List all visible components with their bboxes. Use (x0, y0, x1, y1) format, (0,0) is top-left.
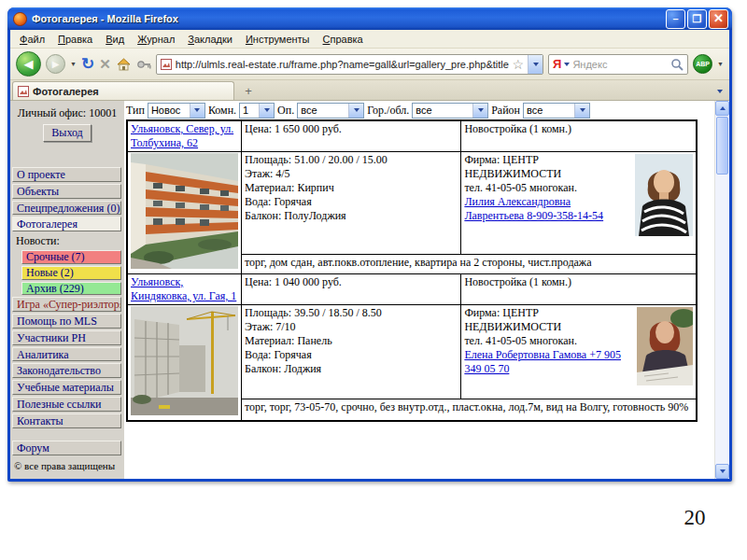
agent-photo (637, 307, 693, 385)
chevron-down-icon (190, 104, 204, 118)
chevron-down-icon (533, 63, 539, 66)
bookmark-star-icon[interactable]: ☆ (513, 57, 525, 72)
news-new-badge[interactable]: Новые (2) (21, 266, 121, 280)
news-urgent-badge[interactable]: Срочные (7) (21, 250, 121, 264)
agent-link[interactable]: Лилия Александровна Лаврентьева 8-909-35… (464, 195, 603, 222)
vertical-scrollbar[interactable] (714, 101, 729, 479)
sidebar-item-links[interactable]: Полезные ссылки (12, 397, 121, 412)
scroll-up-button[interactable] (715, 101, 729, 116)
building-photo[interactable] (131, 306, 238, 415)
sidebar-item-photogallery[interactable]: Фотогалерея (12, 217, 121, 231)
listing-row: Ульяновск, Север, ул. Толбухина, 62 Цена… (127, 120, 697, 152)
listing-type: Новостройка (1 комн.) (461, 274, 697, 305)
filter-city-label: Гор./обл. (367, 104, 409, 118)
home-icon[interactable] (116, 57, 132, 72)
maximize-button[interactable]: ❐ (687, 9, 707, 29)
scroll-down-button[interactable] (715, 464, 729, 479)
menu-bookmarks[interactable]: Закладки (182, 32, 238, 47)
agent-photo (635, 154, 693, 236)
window-title: Фотогалерея - Mozilla Firefox (32, 13, 666, 24)
tab-photogallery[interactable]: Фотогалерея (12, 81, 234, 100)
url-text[interactable]: http://ulmls.real-estate.ru/frame.php?na… (176, 59, 509, 70)
listing-address-link[interactable]: Ульяновск, Киндяковка, ул. Гая, 1 (131, 275, 236, 302)
toolbar-overflow-icon[interactable]: ▼ (717, 61, 724, 67)
new-tab-button[interactable]: + (238, 83, 259, 100)
sidebar-item-about[interactable]: О проекте (12, 167, 121, 182)
building-photo-cell (127, 305, 242, 422)
filter-type-select[interactable]: Новос (148, 103, 205, 119)
yandex-icon[interactable]: Я (553, 57, 561, 71)
listing-note: торг, дом сдан, авт.покв.отопление, квар… (242, 254, 698, 273)
filter-type-label: Тип (126, 104, 145, 118)
url-dropdown-button[interactable] (528, 55, 543, 74)
listing-address-link[interactable]: Ульяновск, Север, ул. Толбухина, 62 (131, 122, 233, 149)
filter-rooms-select[interactable]: 1 (239, 103, 275, 119)
chevron-down-icon (348, 104, 363, 118)
search-icon[interactable] (670, 58, 684, 71)
search-box[interactable]: Я Яндекс (548, 54, 688, 75)
address-bar[interactable]: http://ulmls.real-estate.ru/frame.php?na… (156, 54, 543, 75)
sidebar-item-forum[interactable]: Форум (12, 441, 121, 455)
listing-address-cell: Ульяновск, Север, ул. Толбухина, 62 (127, 120, 242, 152)
menu-view[interactable]: Вид (100, 32, 130, 47)
sidebar-item-mls-help[interactable]: Помощь по MLS (12, 314, 121, 329)
navigation-toolbar: ◀ ▶ ▼ ↻ ✕ (10, 49, 729, 80)
search-placeholder[interactable]: Яндекс (572, 59, 668, 70)
sidebar-item-training[interactable]: Учебные материалы (12, 380, 121, 395)
listing-row: Ульяновск, Киндяковка, ул. Гая, 1 Цена: … (127, 274, 697, 305)
sidebar-item-objects[interactable]: Объекты (12, 184, 121, 199)
close-button[interactable]: ✕ (709, 9, 728, 29)
listings-table: Ульяновск, Север, ул. Толбухина, 62 Цена… (126, 119, 698, 422)
menu-history[interactable]: Журнал (132, 32, 180, 47)
minimize-button[interactable]: – (666, 9, 685, 29)
scrollbar-thumb[interactable] (716, 117, 728, 175)
stop-button[interactable]: ✕ (99, 57, 111, 71)
filter-district-select[interactable]: все (523, 103, 590, 119)
chevron-down-icon (720, 469, 726, 473)
sidebar-item-special-offers[interactable]: Спецпредложения (0) (12, 201, 121, 216)
copyright-label: © все права защищены (10, 456, 124, 479)
logout-button[interactable]: Выход (43, 124, 91, 142)
sidebar-item-analytics[interactable]: Аналитика (12, 347, 121, 362)
menu-bar: Файл Правка Вид Журнал Закладки Инструме… (10, 30, 729, 49)
tab-bar: Фотогалерея + (10, 80, 729, 101)
tab-favicon (18, 86, 29, 97)
menu-file[interactable]: Файл (14, 32, 50, 47)
filter-op-label: Оп. (277, 104, 294, 118)
menu-tools[interactable]: Инструменты (240, 32, 316, 47)
firefox-logo-icon (13, 12, 27, 26)
search-engine-dropdown-icon[interactable] (564, 63, 570, 66)
agent-link[interactable]: Елена Робертовна Гамова +7 905 349 05 70 (464, 348, 621, 375)
listing-firm-cell: Фирма: ЦЕНТР НЕДВИЖИМОСТИ тел. 41-05-05 … (461, 152, 697, 255)
history-dropdown-icon[interactable]: ▼ (70, 61, 77, 67)
menu-help[interactable]: Справка (317, 32, 369, 47)
chevron-down-icon (717, 90, 723, 93)
sidebar-item-participants[interactable]: Участники РН (12, 330, 121, 345)
filter-district-label: Район (491, 104, 520, 118)
refresh-button[interactable]: ↻ (81, 56, 94, 72)
adblock-icon[interactable]: ABP (693, 54, 712, 74)
menu-edit[interactable]: Правка (52, 32, 98, 47)
slide-page-number: 20 (676, 506, 713, 530)
back-button[interactable]: ◀ (16, 51, 41, 77)
browser-window: Фотогалерея - Mozilla Firefox – ❐ ✕ Файл… (7, 7, 732, 482)
forward-button[interactable]: ▶ (46, 54, 65, 74)
tab-list-dropdown-button[interactable] (712, 83, 727, 100)
sidebar-item-game[interactable]: Игра «Супер-риэлтор» (12, 297, 121, 312)
sidebar-item-legislation[interactable]: Законодательство (12, 363, 121, 378)
key-icon[interactable] (136, 58, 151, 71)
chevron-down-icon (574, 104, 589, 118)
filter-city-select[interactable]: все (412, 103, 488, 119)
filter-op-select[interactable]: все (297, 103, 364, 119)
news-archive-badge[interactable]: Архив (229) (21, 282, 121, 296)
listing-price: Цена: 1 040 000 руб. (242, 274, 461, 305)
tab-label: Фотогалерея (33, 86, 99, 97)
sidebar-item-contacts[interactable]: Контакты (12, 413, 121, 428)
filter-bar: Тип Новос Комн. 1 Оп. все (126, 101, 714, 119)
window-titlebar[interactable]: Фотогалерея - Mozilla Firefox – ❐ ✕ (7, 7, 732, 30)
sidebar-gap (10, 429, 124, 441)
listing-note: торг, торг, 73-05-70, срочно, без внутр.… (242, 399, 698, 421)
listing-row: Площадь: 51.00 / 20.00 / 15.00 Этаж: 4/5… (127, 152, 697, 255)
sidebar: Личный офис: 10001 Выход О проекте Объек… (10, 101, 124, 479)
building-photo[interactable] (131, 153, 238, 269)
